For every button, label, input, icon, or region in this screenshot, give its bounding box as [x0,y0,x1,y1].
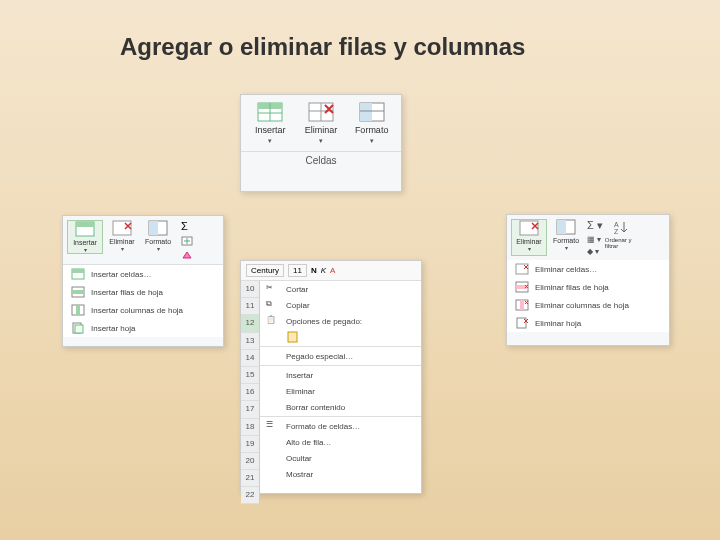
insert-cells-icon [256,101,284,123]
dropdown-arrow-icon: ▾ [370,137,374,145]
sort-filter-icon: AZ [612,219,632,235]
dropdown-arrow-icon: ▾ [268,137,272,145]
formato-button[interactable]: Formato ▾ [348,101,396,145]
eliminar-panel: Eliminar ▾ Formato ▾ Σ ▾ ▦ ▾ ◆ ▾ AZ Orde… [506,214,670,346]
insert-columns-icon [71,304,85,316]
ctx-eliminar[interactable]: Eliminar [260,383,421,399]
ctx-pegado-especial[interactable]: Pegado especial… [260,348,421,364]
font-color-icon[interactable]: A [330,266,335,275]
format-icon: ☰ [266,420,280,432]
ctx-paste-option[interactable] [260,329,421,345]
autosum-icon[interactable]: Σ ▾ [587,219,603,232]
svg-rect-14 [149,221,158,235]
ctx-cortar[interactable]: ✂Cortar [260,281,421,297]
dropdown-arrow-icon: ▾ [121,245,124,252]
ctx-insertar[interactable]: Insertar [260,367,421,383]
svg-text:A: A [614,221,619,228]
dropdown-arrow-icon: ▾ [157,245,160,252]
svg-rect-11 [76,222,94,227]
menu-eliminar-hoja[interactable]: Eliminar hoja [507,314,669,332]
svg-rect-35 [288,332,297,342]
ctx-ocultar[interactable]: Ocultar [260,450,421,466]
group-label: Celdas [241,151,401,169]
insert-sheet-icon [71,322,85,334]
insertar-button[interactable]: Insertar ▾ [246,101,294,145]
ctx-alto-fila[interactable]: Alto de fila… [260,434,421,450]
celdas-ribbon-group: Insertar ▾ Eliminar ▾ Formato ▾ Celdas [240,94,402,192]
fill-icon[interactable] [181,236,193,246]
delete-cells-icon [515,263,529,275]
menu-insertar-celdas[interactable]: Insertar celdas… [63,265,223,283]
clear-icon[interactable]: ◆ ▾ [587,247,603,256]
svg-rect-21 [76,305,80,315]
delete-columns-icon [515,299,529,311]
delete-cells-icon [112,220,132,236]
insertar-button[interactable]: Insertar ▾ [67,220,103,254]
eliminar-button[interactable]: Eliminar ▾ [511,219,547,256]
menu-insertar-hoja[interactable]: Insertar hoja [63,319,223,337]
ctx-borrar[interactable]: Borrar contenido [260,399,421,415]
dropdown-arrow-icon: ▾ [319,137,323,145]
format-cells-icon [556,219,576,235]
menu-eliminar-filas[interactable]: Eliminar filas de hoja [507,278,669,296]
format-cells-icon [148,220,168,236]
delete-sheet-icon [515,317,529,329]
copy-icon: ⧉ [266,299,280,311]
fill-icon[interactable]: ▦ ▾ [587,235,603,244]
menu-eliminar-celdas[interactable]: Eliminar celdas… [507,260,669,278]
font-selector[interactable]: Century [246,264,284,277]
svg-rect-33 [520,300,524,310]
svg-rect-17 [72,269,84,273]
page-title: Agregar o eliminar filas y columnas [120,33,525,61]
ctx-pegado-opciones[interactable]: 📋Opciones de pegado: [260,313,421,329]
paste-option-icon [286,331,300,343]
svg-rect-12 [113,221,131,235]
menu-insertar-filas[interactable]: Insertar filas de hoja [63,283,223,301]
ctx-copiar[interactable]: ⧉Copiar [260,297,421,313]
insert-rows-icon [71,286,85,298]
svg-rect-23 [75,325,83,333]
svg-text:Z: Z [614,228,619,235]
formato-button[interactable]: Formato ▾ [549,219,583,256]
eliminar-button[interactable]: Eliminar ▾ [105,220,139,252]
dropdown-arrow-icon: ▾ [565,244,568,251]
insert-cells-icon [71,268,85,280]
font-size-selector[interactable]: 11 [288,264,307,277]
eliminar-button[interactable]: Eliminar ▾ [297,101,345,145]
mini-toolbar: Century 11 N K A [241,261,421,281]
menu-eliminar-columnas[interactable]: Eliminar columnas de hoja [507,296,669,314]
svg-rect-19 [72,290,84,294]
context-menu-panel: Century 11 N K A 10 11 12 13 14 15 16 17… [240,260,422,494]
cut-icon: ✂ [266,283,280,295]
svg-rect-8 [360,103,372,121]
insert-cells-icon [75,221,95,237]
clear-icon[interactable] [181,250,193,260]
dropdown-arrow-icon: ▾ [528,245,531,252]
svg-rect-26 [557,220,566,234]
paste-icon: 📋 [266,315,280,327]
delete-cells-icon [519,220,539,236]
format-cells-icon [358,101,386,123]
row-headers[interactable]: 10 11 12 13 14 15 16 17 18 19 20 21 22 [241,281,260,504]
svg-rect-29 [516,264,528,274]
bold-button[interactable]: N [311,266,317,275]
formato-button[interactable]: Formato ▾ [141,220,175,252]
insertar-panel: Insertar ▾ Eliminar ▾ Formato ▾ Σ Insert… [62,215,224,347]
menu-insertar-columnas[interactable]: Insertar columnas de hoja [63,301,223,319]
delete-rows-icon [515,281,529,293]
ctx-formato-celdas[interactable]: ☰Formato de celdas… [260,418,421,434]
ordenar-filtrar-button[interactable]: AZ Ordenar y filtrar [605,219,639,256]
autosum-icon[interactable]: Σ [181,220,193,232]
ctx-mostrar[interactable]: Mostrar [260,466,421,482]
delete-cells-icon [307,101,335,123]
italic-button[interactable]: K [321,266,326,275]
dropdown-arrow-icon: ▾ [84,246,87,253]
svg-rect-24 [520,221,538,235]
